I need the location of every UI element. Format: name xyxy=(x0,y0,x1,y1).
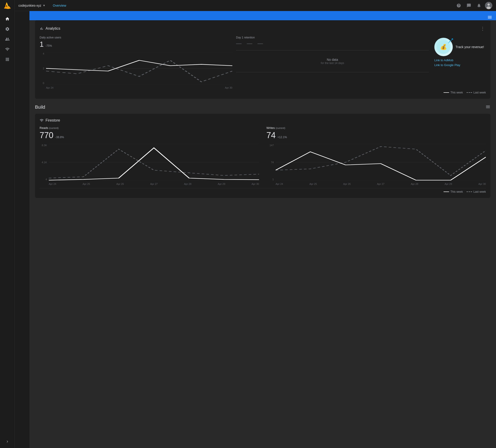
writes-section: Writes (current) 74 +12.1% 147 74 1 xyxy=(266,126,486,185)
build-legend-last-week-label: Last week xyxy=(473,190,486,193)
topbar-actions xyxy=(455,1,492,10)
writes-label: Writes (current) xyxy=(266,126,486,130)
sidebar-expand-icon[interactable] xyxy=(3,437,12,446)
firestore-icon xyxy=(40,118,44,123)
firestore-title-text: Firestore xyxy=(46,118,60,123)
reads-x-labels: Apr 24 Apr 25 Apr 26 Apr 27 Apr 28 Apr 2… xyxy=(49,183,259,185)
svg-text:💰: 💰 xyxy=(440,44,447,50)
writes-chart: 147 74 1 xyxy=(266,144,486,185)
reads-label: Reads (current) xyxy=(40,126,259,130)
retention-label: Day 1 retention xyxy=(236,36,429,39)
reads-number: 770 xyxy=(40,130,53,140)
svg-point-1 xyxy=(487,3,490,6)
reads-value-row: 770 -38.8% xyxy=(40,130,259,140)
nav-overview[interactable]: Overview xyxy=(53,4,66,7)
project-selector[interactable]: codejunkies-xyz ▼ xyxy=(18,4,46,7)
analytics-legend: This week Last week xyxy=(40,91,486,94)
analytics-title-text: Analytics xyxy=(46,27,60,31)
writes-x-labels: Apr 24 Apr 25 Apr 26 Apr 27 Apr 28 Apr 2… xyxy=(276,183,486,185)
day1-retention-section: Day 1 retention — — — No data for the la… xyxy=(236,36,429,76)
build-legend-this-week-label: This week xyxy=(450,190,463,193)
analytics-icon xyxy=(40,27,44,31)
link-google-play[interactable]: Link to Google Play xyxy=(434,63,460,67)
main-content: Analytics ⋮ Daily active users 1 -75% 4 xyxy=(30,11,496,448)
analytics-card: Analytics ⋮ Daily active users 1 -75% 4 xyxy=(35,20,491,99)
build-legend-this-week: This week xyxy=(444,190,463,193)
dau-value-row: 1 -75% xyxy=(40,40,232,48)
firestore-header: Firestore xyxy=(40,118,486,123)
revenue-promo-image: 💰 ↗ xyxy=(434,38,453,56)
dau-chart: 4 2 0 xyxy=(40,52,232,89)
no-data-container: No data for the last 14 days xyxy=(236,50,429,72)
no-data-sub: for the last 14 days xyxy=(236,62,429,65)
sidebar-database-icon[interactable] xyxy=(3,45,12,54)
svg-point-2 xyxy=(487,6,491,9)
firebase-logo[interactable] xyxy=(3,2,12,10)
retention-dash: — — — xyxy=(236,40,265,47)
sidebar-home-icon[interactable] xyxy=(3,14,12,23)
sidebar-users-icon[interactable] xyxy=(3,34,12,44)
notifications-button[interactable] xyxy=(475,1,483,10)
reads-section: Reads (current) 770 -38.8% 8.3K 4.1K 4 xyxy=(40,126,259,185)
build-legend-this-week-line xyxy=(444,192,449,192)
topbar-nav: Overview xyxy=(53,4,66,7)
analytics-card-header: Analytics ⋮ xyxy=(40,25,486,32)
build-legend-last-week: Last week xyxy=(466,190,486,193)
content-area: Analytics ⋮ Daily active users 1 -75% 4 xyxy=(30,20,496,204)
project-chevron-icon: ▼ xyxy=(43,4,46,7)
reads-change: -38.8% xyxy=(55,136,64,139)
writes-y-labels: 147 74 1 xyxy=(266,144,275,181)
topbar: codejunkies-xyz ▼ Overview xyxy=(15,0,496,11)
build-card: Firestore Reads (current) 770 -38.8% xyxy=(35,114,491,198)
dau-chart-x-labels: Apr 24 Apr 30 xyxy=(46,86,232,89)
writes-value-row: 74 +12.1% xyxy=(266,130,486,140)
build-section-header: Build xyxy=(35,99,491,114)
build-charts-grid: Reads (current) 770 -38.8% 8.3K 4.1K 4 xyxy=(40,126,486,185)
svg-text:↗: ↗ xyxy=(448,40,450,44)
sidebar-settings-icon[interactable] xyxy=(3,24,12,34)
analytics-grid: Daily active users 1 -75% 4 2 0 xyxy=(40,36,486,89)
revenue-promo-title: Track your revenue! xyxy=(455,45,484,49)
sidebar xyxy=(0,0,15,448)
build-legend-last-week-line xyxy=(466,192,472,192)
build-menu-icon[interactable] xyxy=(485,104,491,110)
dau-number: 1 xyxy=(40,40,44,48)
no-data-text: No data xyxy=(236,58,429,62)
legend-this-week-line xyxy=(444,92,449,93)
legend-this-week-label: This week xyxy=(450,91,463,94)
dau-chart-area xyxy=(46,52,232,84)
analytics-title: Analytics xyxy=(40,27,60,31)
legend-this-week: This week xyxy=(444,91,463,94)
build-section-title: Build xyxy=(35,105,45,110)
help-button[interactable] xyxy=(455,1,463,10)
revenue-promo-header: 💰 ↗ Track your revenue! xyxy=(434,38,484,56)
legend-last-week: Last week xyxy=(466,91,486,94)
chat-button[interactable] xyxy=(465,1,473,10)
project-name: codejunkies-xyz xyxy=(18,4,41,7)
analytics-more-button[interactable]: ⋮ xyxy=(480,25,486,32)
sidebar-apps-icon[interactable] xyxy=(3,55,12,64)
menu-icon[interactable] xyxy=(487,15,492,21)
daily-active-users-section: Daily active users 1 -75% 4 2 0 xyxy=(40,36,232,89)
build-legend: This week Last week xyxy=(40,188,486,193)
writes-number: 74 xyxy=(266,130,276,140)
reads-y-labels: 8.3K 4.1K 4 xyxy=(40,144,48,181)
reads-chart-area xyxy=(49,144,259,181)
firestore-title: Firestore xyxy=(40,118,60,123)
dau-change: -75% xyxy=(46,44,52,48)
legend-last-week-line xyxy=(466,92,472,93)
legend-last-week-label: Last week xyxy=(473,91,486,94)
dau-chart-y-labels: 4 2 0 xyxy=(40,52,46,84)
retention-value-row: — — — xyxy=(236,40,429,47)
reads-chart: 8.3K 4.1K 4 xyxy=(40,144,259,185)
revenue-promo-section: 💰 ↗ Track your revenue! Link to AdMob Li… xyxy=(433,36,486,69)
link-admob[interactable]: Link to AdMob xyxy=(434,59,453,62)
writes-chart-area xyxy=(276,144,486,181)
user-avatar[interactable] xyxy=(485,2,492,9)
dau-label: Daily active users xyxy=(40,36,232,39)
writes-change: +12.1% xyxy=(278,136,287,139)
